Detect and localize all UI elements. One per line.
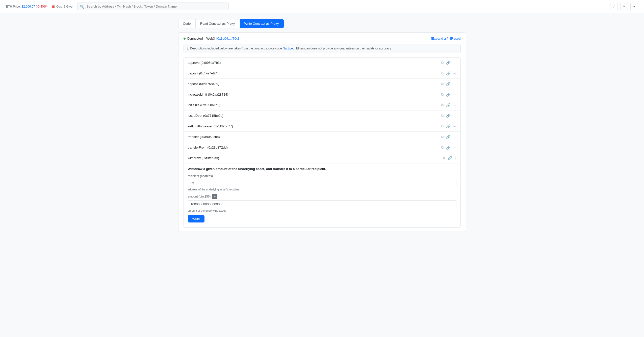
expand-icon[interactable]: → <box>453 71 456 75</box>
recipient-input[interactable] <box>188 179 456 187</box>
function-actions: ⧉ 🔗 → <box>441 61 456 65</box>
info-box-text: Descriptions included below are taken fr… <box>190 47 392 50</box>
expand-icon[interactable]: → <box>453 146 456 150</box>
recipient-param-hint: address of the underlying asset's recipi… <box>188 188 456 191</box>
function-row[interactable]: increaseLimit (0x0aa28714) ⧉ 🔗 → <box>184 89 460 100</box>
info-circle-icon: ℹ <box>187 47 189 50</box>
search-input[interactable] <box>77 3 229 10</box>
expand-all-link[interactable]: [Expand all] <box>431 37 448 40</box>
search-bar: 🔍 <box>77 3 229 10</box>
collapse-icon[interactable]: ↓ <box>455 156 456 160</box>
copy-icon[interactable]: ⧉ <box>443 156 445 160</box>
write-button[interactable]: Write <box>188 215 204 222</box>
theme-icon: ☀ <box>623 5 626 8</box>
function-row[interactable]: initialize (0xc350a1b5) ⧉ 🔗 → <box>184 100 460 110</box>
tabs-row: Code Read Contract as Proxy Write Contra… <box>178 19 466 28</box>
connected-label: Connected <box>187 37 203 40</box>
copy-icon[interactable]: ⧉ <box>441 82 444 86</box>
eth-price-info: ETH Price: $2,506.57 (-0.40%) <box>6 5 47 8</box>
link-icon[interactable]: 🔗 <box>446 103 450 107</box>
function-actions: ⧉ 🔗 → <box>441 71 456 75</box>
reset-link[interactable]: [Reset] <box>450 37 460 40</box>
function-name-withdraw: withdraw (0xf3fef3a3) <box>188 156 219 160</box>
function-row[interactable]: transferFrom (0x23b872dd) ⧉ 🔗 → <box>184 142 460 153</box>
tab-read-proxy[interactable]: Read Contract as Proxy <box>196 19 240 28</box>
function-name: transferFrom (0x23b872dd) <box>188 146 228 149</box>
function-row[interactable]: approve (0x095ea7b3) ⧉ 🔗 → <box>184 58 460 68</box>
amount-param-label: amount (uint256) <box>188 195 211 198</box>
amount-input[interactable] <box>188 200 456 208</box>
copy-icon[interactable]: ⧉ <box>441 114 444 118</box>
expand-icon[interactable]: → <box>453 135 456 139</box>
info-text-after: . Etherscan does not provide any guarant… <box>294 47 392 50</box>
function-actions: ⧉ 🔗 → <box>441 124 456 128</box>
function-name: approve (0x095ea7b3) <box>188 61 221 65</box>
function-name: deposit (0x47e7ef24) <box>188 71 219 75</box>
copy-icon[interactable]: ⧉ <box>441 71 444 75</box>
recipient-param-group: recipient (address) address of the under… <box>188 174 456 191</box>
copy-icon[interactable]: ⧉ <box>441 61 444 65</box>
eth-wallet-btn[interactable]: ♦ <box>630 3 638 10</box>
copy-icon[interactable]: ⧉ <box>441 124 444 128</box>
copy-icon[interactable]: ⧉ <box>441 145 444 150</box>
expand-icon[interactable]: → <box>453 61 456 65</box>
link-icon[interactable]: 🔗 <box>446 124 450 128</box>
expand-icon[interactable]: → <box>453 82 456 86</box>
withdraw-description: Withdraw a given amount of the underlyin… <box>188 167 456 171</box>
connected-address[interactable]: [0x3a04....f70c] <box>216 37 239 40</box>
link-icon[interactable]: 🔗 <box>446 71 450 75</box>
copy-icon[interactable]: ⧉ <box>441 135 444 139</box>
function-row-withdraw[interactable]: withdraw (0xf3fef3a3) ⧉ 🔗 ↓ <box>184 153 460 163</box>
theme-toggle-btn[interactable]: ☀ <box>620 3 628 10</box>
function-actions: ⧉ 🔗 → <box>441 135 456 139</box>
info-box: ℹ Descriptions included below are taken … <box>184 44 461 53</box>
amount-param-header: amount (uint256) + <box>188 194 456 199</box>
link-icon[interactable]: 🔗 <box>446 82 450 86</box>
function-actions: ⧉ 🔗 → <box>441 103 456 107</box>
function-name: transfer (0xa9059cbb) <box>188 135 220 139</box>
recipient-param-label: recipient (address) <box>188 174 456 178</box>
copy-icon[interactable]: ⧉ <box>441 92 444 97</box>
connected-separator: - Web3 <box>204 37 215 40</box>
expand-icon[interactable]: → <box>453 114 456 118</box>
connection-status-dot <box>184 38 186 40</box>
navbar-left: ETH Price: $2,506.57 (-0.40%) ⛽ Gas: 1 G… <box>6 3 606 10</box>
link-icon[interactable]: 🔗 <box>446 114 450 118</box>
navbar: ETH Price: $2,506.57 (-0.40%) ⛽ Gas: 1 G… <box>0 0 644 13</box>
function-actions: ⧉ 🔗 → <box>441 82 456 86</box>
withdraw-expanded-content: Withdraw a given amount of the underlyin… <box>184 163 460 227</box>
amount-plus-btn[interactable]: + <box>212 194 217 199</box>
eth-price-value: $2,506.57 <box>21 5 35 8</box>
expand-reset-row: [Expand all] [Reset] <box>431 37 460 40</box>
eth-price-change: (-0.40%) <box>36 5 47 8</box>
gas-info: ⛽ Gas: 1 Gwei <box>51 5 73 8</box>
tab-code[interactable]: Code <box>178 19 196 28</box>
contract-panel: Connected - Web3 [0x3a04....f70c] [Expan… <box>178 32 466 232</box>
function-row[interactable]: issueDebt (0x7715be0b) ⧉ 🔗 → <box>184 110 460 121</box>
link-icon[interactable]: 🔗 <box>446 61 450 65</box>
slash-shortcut-btn[interactable]: / <box>610 3 618 10</box>
function-row[interactable]: deposit (0xc5758489) ⧉ 🔗 → <box>184 79 460 89</box>
expand-icon[interactable]: → <box>453 93 456 97</box>
gas-pump-icon: ⛽ <box>51 5 55 8</box>
search-icon: 🔍 <box>80 5 84 9</box>
link-icon[interactable]: 🔗 <box>448 156 452 160</box>
amount-param-group: amount (uint256) + amount of the underly… <box>188 194 456 212</box>
function-list: approve (0x095ea7b3) ⧉ 🔗 → deposit (0x47… <box>184 57 461 228</box>
tab-write-proxy[interactable]: Write Contract as Proxy <box>240 19 284 28</box>
info-text-before: Descriptions included below are taken fr… <box>190 47 283 50</box>
eth-label: ETH Price: <box>6 5 21 8</box>
main-content: Code Read Contract as Proxy Write Contra… <box>173 13 471 238</box>
expand-icon[interactable]: → <box>453 103 456 107</box>
copy-icon[interactable]: ⧉ <box>441 103 444 107</box>
function-row[interactable]: setLimitIncreaser (0x1f320d77) ⧉ 🔗 → <box>184 121 460 132</box>
function-row[interactable]: deposit (0x47e7ef24) ⧉ 🔗 → <box>184 68 460 79</box>
link-icon[interactable]: 🔗 <box>446 93 450 97</box>
link-icon[interactable]: 🔗 <box>446 146 450 150</box>
link-icon[interactable]: 🔗 <box>446 135 450 139</box>
function-name: initialize (0xc350a1b5) <box>188 103 220 107</box>
function-row[interactable]: transfer (0xa9059cbb) ⧉ 🔗 → <box>184 132 460 142</box>
slash-key-label: / <box>613 5 614 8</box>
expand-icon[interactable]: → <box>453 124 456 128</box>
natspec-link[interactable]: NatSpec <box>283 47 294 50</box>
